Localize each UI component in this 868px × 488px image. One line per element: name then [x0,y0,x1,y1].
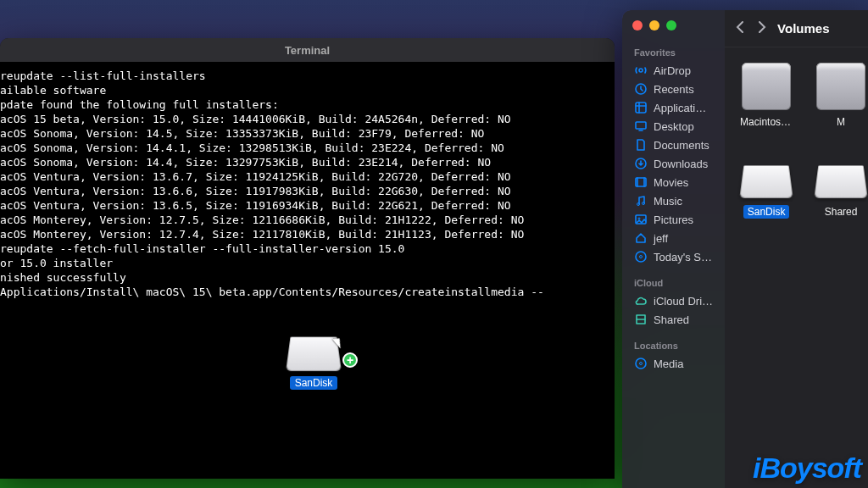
close-button[interactable] [632,20,643,30]
terminal-title: Terminal [285,44,330,57]
disc-icon [634,250,648,263]
section-icloud-label: iCloud [629,273,718,291]
volume-label: M [832,115,849,129]
internal-drive-icon [816,63,865,112]
sidebar-item-pictures[interactable]: Pictures [629,210,718,229]
sidebar-item-label: Media [654,358,683,370]
doc-icon [634,138,648,152]
nav-forward-button[interactable] [757,21,767,36]
svg-point-6 [637,203,640,206]
zoom-button[interactable] [666,20,676,30]
sidebar-item-label: Music [654,195,682,208]
svg-rect-2 [636,103,646,113]
finder-toolbar: Volumes [725,10,868,47]
finder-main: Volumes Macintosh HDMSanDiskShared [725,10,868,488]
sidebar-item-label: AirDrop [654,64,691,77]
shared-icon [634,313,648,326]
sidebar-item-media[interactable]: Media [629,354,718,373]
volume-grid: Macintosh HDMSanDiskShared [725,47,868,234]
sidebar-item-desktop[interactable]: Desktop [629,117,718,136]
sidebar-item-label: iCloud Dri… [654,295,713,308]
watermark-logo: iBoysoft [753,452,861,485]
traffic-lights [629,19,718,42]
volume-macintosh-hd[interactable]: Macintosh HD [737,63,796,129]
svg-point-7 [643,202,645,205]
sidebar-item-label: Downloads [654,158,708,170]
sidebar-item-label: Pictures [654,214,693,226]
home-icon [634,231,648,245]
sidebar-item-movies[interactable]: Movies [629,173,718,191]
section-locations-label: Locations [629,336,718,354]
sidebar-item-label: Recents [654,83,694,96]
finder-window[interactable]: Favorites AirDropRecentsApplicati…Deskto… [622,10,868,488]
volume-label: Shared [821,205,862,219]
sidebar-item-music[interactable]: Music [629,191,718,210]
terminal-titlebar[interactable]: Terminal [0,38,615,62]
nav-back-button[interactable] [735,21,745,36]
sidebar-item-jeff[interactable]: jeff [629,229,718,247]
sidebar-item-airdrop[interactable]: AirDrop [629,61,718,80]
download-icon [634,157,648,170]
clock-icon [634,82,648,96]
volume-m[interactable]: M [811,63,868,129]
movie-icon [634,175,648,189]
finder-sidebar: Favorites AirDropRecentsApplicati…Deskto… [622,10,725,488]
sidebar-item-label: Today's S… [654,251,712,263]
disc-icon [634,357,648,370]
minimize-button[interactable] [649,20,659,30]
sidebar-item-today-s-s-[interactable]: Today's S… [629,247,718,266]
volume-label: Macintosh HD [736,115,797,129]
svg-point-10 [636,252,646,262]
apps-icon [634,101,648,114]
sidebar-item-downloads[interactable]: Downloads [629,154,718,173]
sidebar-item-label: Documents [654,139,709,152]
desktop-icon [634,119,648,133]
sidebar-item-recents[interactable]: Recents [629,80,718,98]
external-drive-icon [742,152,791,202]
volume-label: SanDisk [743,205,790,219]
svg-point-12 [636,358,646,369]
sidebar-item-label: Applicati… [654,102,706,114]
external-drive-icon [816,152,865,202]
airdrop-icon [634,64,648,77]
terminal-window[interactable]: Terminal reupdate --list-full-installers… [0,38,615,479]
music-icon [634,194,648,208]
svg-point-0 [639,69,643,72]
cloud-icon [634,294,648,308]
terminal-body[interactable]: reupdate --list-full-installers ailable … [0,62,615,479]
svg-point-11 [640,256,643,258]
sidebar-item-shared[interactable]: Shared [629,310,718,329]
finder-title: Volumes [777,21,829,36]
sidebar-item-label: jeff [654,232,668,245]
sidebar-item-label: Movies [654,176,688,189]
volume-shared[interactable]: Shared [811,152,868,219]
svg-point-13 [640,363,643,365]
sidebar-item-applicati-[interactable]: Applicati… [629,98,718,117]
volume-sandisk[interactable]: SanDisk [737,152,796,219]
sidebar-item-icloud-dri-[interactable]: iCloud Dri… [629,291,718,310]
svg-point-9 [638,218,640,219]
internal-drive-icon [742,63,791,112]
section-favorites-label: Favorites [629,42,718,61]
sidebar-item-label: Desktop [654,120,694,133]
svg-rect-3 [636,122,646,129]
sidebar-item-label: Shared [654,313,689,326]
picture-icon [634,213,648,226]
sidebar-item-documents[interactable]: Documents [629,136,718,154]
